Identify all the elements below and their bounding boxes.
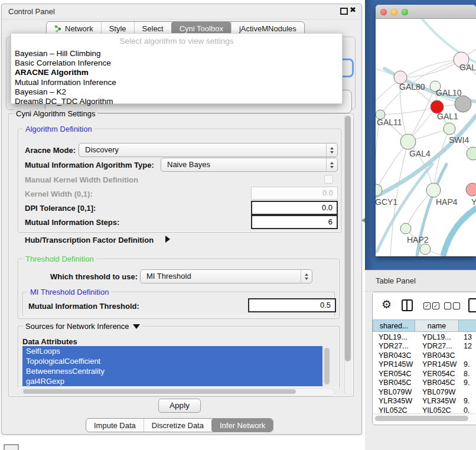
- network-edge-wide[interactable]: [444, 208, 476, 255]
- aracne-mode-label: Aracne Mode:: [25, 146, 76, 155]
- algorithm-option[interactable]: Bayesian – Hill Climbing: [15, 49, 101, 58]
- aracne-mode-combo[interactable]: Discovery: [79, 143, 338, 157]
- collapse-arrow-icon[interactable]: [133, 324, 140, 329]
- network-titlebar[interactable]: [376, 5, 476, 19]
- network-node[interactable]: [420, 244, 431, 255]
- table-row[interactable]: YLR345WYLR345W9.: [373, 397, 476, 406]
- splitter-collapse-icon[interactable]: [361, 218, 365, 223]
- kernel-width-field[interactable]: 0.0: [251, 187, 338, 200]
- table-cell: YER054C: [415, 370, 459, 379]
- algorithm-option[interactable]: Bayesian – K2: [15, 87, 66, 97]
- bottom-left-icon-fragment[interactable]: [4, 444, 19, 450]
- attribute-list-item[interactable]: BetweennessCentrality: [22, 366, 322, 376]
- columns-icon[interactable]: [402, 299, 413, 311]
- table-cell: YBR045C: [373, 379, 415, 388]
- aracne-mode-value: Discovery: [85, 144, 119, 156]
- which-threshold-combo[interactable]: MI Threshold: [140, 269, 312, 283]
- dropdown-prompt: Select algorithm to view settings: [11, 37, 342, 45]
- network-canvas[interactable]: GALGAL80GAL10GAL1SWI4GAL11GAL4GCY1HAP4YH…: [376, 18, 476, 256]
- unchecked-checkbox-icon[interactable]: [444, 302, 451, 309]
- unchecked-checkbox-icon[interactable]: [453, 302, 460, 309]
- network-node[interactable]: [400, 223, 411, 234]
- attribute-list-item[interactable]: SelfLoops: [22, 346, 322, 356]
- table-row[interactable]: YBL079WYBL079W: [373, 388, 476, 397]
- table-cell: YBL079W: [373, 388, 415, 397]
- tab-discretize-data[interactable]: Discretize Data: [144, 419, 211, 432]
- table-cell: 9.: [459, 360, 476, 370]
- mi-algorithm-combo[interactable]: Naive Bayes: [161, 158, 338, 172]
- cyni-settings-legend: Cyni Algorithm Settings: [14, 109, 97, 118]
- float-window-icon[interactable]: [340, 8, 348, 15]
- sources-legend[interactable]: Sources for Network Inference: [23, 322, 142, 331]
- network-node[interactable]: [455, 96, 471, 112]
- algorithm-option[interactable]: ARACNE Algorithm: [15, 68, 89, 77]
- table-cell: YDR27...: [373, 342, 415, 351]
- zoom-traffic-light[interactable]: [402, 9, 408, 15]
- gear-icon[interactable]: ⚙: [382, 298, 392, 311]
- tab-label: Network: [65, 24, 93, 33]
- algorithm-option[interactable]: Dream8 DC_TDC Algorithm: [15, 97, 113, 106]
- network-node[interactable]: [444, 123, 455, 135]
- apply-button[interactable]: Apply: [158, 399, 201, 413]
- table-row[interactable]: YBR045CYBR045C9.: [373, 379, 476, 388]
- expand-arrow-icon[interactable]: [165, 236, 170, 243]
- algorithm-definition-legend: Algorithm Definition: [23, 125, 94, 133]
- table-cell: [459, 388, 476, 397]
- screenshot-root: Control Panel ✖ NetworkStyleSelectCyni T…: [0, 0, 476, 450]
- node-label: GAL10: [436, 88, 462, 97]
- mi-steps-field[interactable]: 6: [251, 215, 338, 229]
- which-threshold-value: MI Threshold: [146, 270, 191, 283]
- network-node[interactable]: [466, 183, 476, 196]
- checked-checkbox-icon[interactable]: ✓: [432, 302, 439, 309]
- network-edge[interactable]: [380, 107, 437, 115]
- table-cell: 9.: [459, 379, 476, 388]
- network-view-window: GALGAL80GAL10GAL1SWI4GAL11GAL4GCY1HAP4YH…: [376, 5, 476, 256]
- close-icon[interactable]: ✖: [350, 5, 356, 14]
- table-cell: [459, 351, 476, 361]
- minimize-traffic-light[interactable]: [391, 9, 397, 15]
- manual-kernel-checkbox[interactable]: [324, 175, 333, 184]
- table-hscrollbar-track[interactable]: [373, 413, 475, 422]
- checked-checkbox-icon[interactable]: ✓: [423, 302, 431, 309]
- table-cell: 13: [459, 333, 476, 343]
- node-label: Y: [471, 197, 476, 207]
- column-header-3[interactable]: A: [459, 319, 476, 332]
- data-attributes-list[interactable]: SelfLoopsTopologicalCoefficientBetweenne…: [22, 346, 322, 386]
- combo-stepper-icon: [326, 144, 337, 156]
- dpi-tolerance-field[interactable]: 0.0: [251, 201, 338, 215]
- algorithm-option[interactable]: Mutual Information Inference: [15, 78, 116, 87]
- dpi-tolerance-label: DPI Tolerance [0,1]:: [25, 204, 96, 213]
- table-cell: YBR043C: [373, 351, 415, 361]
- table-row[interactable]: YER054CYER054C8.: [373, 370, 476, 379]
- attribute-list-item[interactable]: TopologicalCoefficient: [22, 356, 322, 366]
- tab-label: jActiveMNodules: [239, 24, 296, 33]
- close-traffic-light[interactable]: [380, 9, 387, 15]
- settings-scrollbar-thumb[interactable]: [345, 116, 351, 361]
- bottom-tab-bar: Impute DataDiscretize DataInfer Network: [86, 418, 273, 432]
- table-cell: YDR27...: [415, 342, 459, 351]
- network-node[interactable]: [467, 147, 476, 160]
- column-header-1[interactable]: shared...: [373, 319, 415, 332]
- node-label: GCY1: [376, 197, 397, 207]
- table-panel-title: Table Panel: [376, 270, 416, 291]
- hub-section-label[interactable]: Hub/Transcription Factor Definition: [25, 236, 154, 244]
- network-node[interactable]: [426, 183, 441, 197]
- table-row[interactable]: YBR043CYBR043C: [373, 351, 476, 361]
- table-row[interactable]: YDR27...YDR27...12: [373, 342, 476, 351]
- list-scrollbar-thumb[interactable]: [324, 348, 330, 384]
- table-row[interactable]: YPR145WYPR145W9.: [373, 360, 476, 370]
- table-cell: YBR043C: [415, 351, 459, 361]
- network-node[interactable]: [400, 134, 416, 149]
- algorithm-option[interactable]: Basic Correlation Inference: [15, 58, 111, 68]
- attribute-list-item[interactable]: gal4RGexp: [22, 376, 322, 386]
- table-hscrollbar-thumb[interactable]: [375, 416, 468, 421]
- tab-label: Select: [142, 24, 164, 33]
- column-header-2[interactable]: name: [415, 319, 459, 332]
- table-row[interactable]: YDL19...YDL19...13: [373, 333, 476, 343]
- tab-infer-network[interactable]: Infer Network: [211, 419, 273, 432]
- network-icon: [54, 25, 62, 32]
- new-table-icon[interactable]: [468, 298, 476, 312]
- mi-threshold-field[interactable]: 0.5: [248, 298, 336, 312]
- horizontal-scrollbar-thumb[interactable]: [23, 389, 296, 394]
- tab-impute-data[interactable]: Impute Data: [86, 419, 144, 432]
